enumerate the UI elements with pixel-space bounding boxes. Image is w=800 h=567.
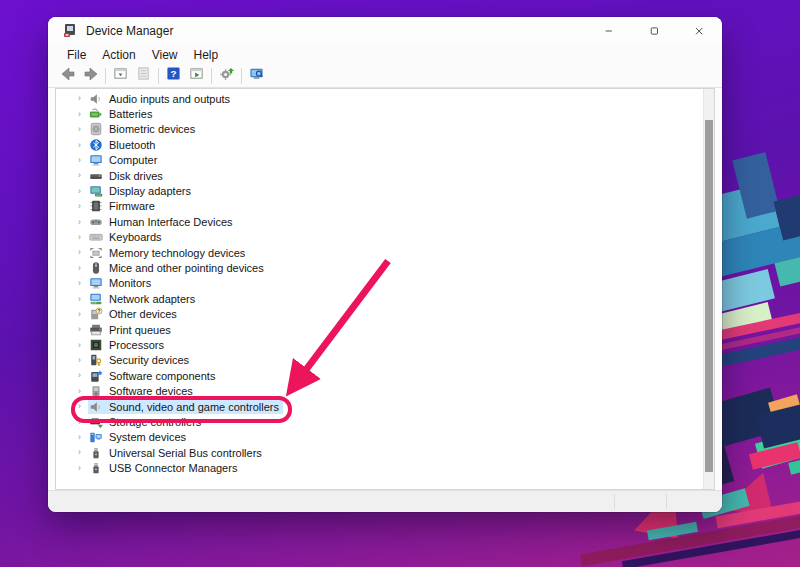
tree-item-mice-and-other-pointing-devices[interactable]: › Mice and other pointing devices <box>56 260 702 275</box>
toolbar-separator <box>211 68 212 84</box>
menu-help[interactable]: Help <box>186 47 227 63</box>
chevron-right-icon[interactable]: › <box>78 279 88 288</box>
tree-item-label: Batteries <box>109 108 152 120</box>
tree-item-monitors[interactable]: › Monitors <box>56 276 702 291</box>
chevron-right-icon[interactable]: › <box>78 264 88 273</box>
chevron-right-icon[interactable]: › <box>78 110 88 119</box>
vertical-scrollbar[interactable] <box>703 89 714 489</box>
tree-item-keyboards[interactable]: › Keyboards <box>56 230 702 245</box>
chevron-right-icon[interactable]: › <box>78 341 88 350</box>
back-icon <box>60 66 76 86</box>
svg-text:?: ? <box>98 309 101 314</box>
device-manager-icon <box>62 23 78 39</box>
chevron-right-icon[interactable]: › <box>78 295 88 304</box>
tree-item-disk-drives[interactable]: › Disk drives <box>56 168 702 183</box>
software-device-icon <box>89 384 103 398</box>
console-tree-button[interactable] <box>109 66 132 86</box>
tree-item-security-devices[interactable]: › Security devices <box>56 353 702 368</box>
battery-icon <box>89 107 103 121</box>
tree-item-network-adapters[interactable]: › Network adapters <box>56 291 702 306</box>
chevron-right-icon[interactable]: › <box>78 141 88 150</box>
forward-button[interactable] <box>79 66 102 86</box>
tree-item-batteries[interactable]: › Batteries <box>56 106 702 121</box>
tree-item-label: Human Interface Devices <box>109 216 233 228</box>
tree-item-processors[interactable]: › Processors <box>56 337 702 352</box>
tree-item-label: Disk drives <box>109 170 163 182</box>
speaker-icon <box>89 92 103 106</box>
minimize-icon <box>605 26 615 36</box>
scrollbar-thumb[interactable] <box>705 120 713 472</box>
tree-item-label: Print queues <box>109 324 171 336</box>
forward-icon <box>83 66 99 86</box>
firmware-chip-icon <box>89 199 103 213</box>
toolbar-separator <box>158 68 159 84</box>
chevron-right-icon[interactable]: › <box>78 418 88 427</box>
chevron-right-icon[interactable]: › <box>78 464 88 473</box>
chevron-right-icon[interactable]: › <box>78 218 88 227</box>
chevron-right-icon[interactable]: › <box>78 156 88 165</box>
chevron-right-icon[interactable]: › <box>78 356 88 365</box>
console-tree-icon <box>113 66 128 85</box>
window-title: Device Manager <box>86 24 587 38</box>
chevron-right-icon[interactable]: › <box>78 448 88 457</box>
close-button[interactable] <box>677 17 722 45</box>
disk-drive-icon <box>89 169 103 183</box>
tree-item-label: Network adapters <box>109 293 195 305</box>
tree-item-firmware[interactable]: › Firmware <box>56 199 702 214</box>
menu-view[interactable]: View <box>144 47 186 63</box>
device-manager-window: Device Manager FileActionViewHelp ? › Au… <box>48 17 722 512</box>
tree-item-print-queues[interactable]: › Print queues <box>56 322 702 337</box>
speaker-icon <box>89 400 103 414</box>
chevron-right-icon[interactable]: › <box>78 387 88 396</box>
tree-item-label: Computer <box>109 154 157 166</box>
maximize-button[interactable] <box>632 17 677 45</box>
tree-item-computer[interactable]: › Computer <box>56 153 702 168</box>
tree-item-software-devices[interactable]: › Software devices <box>56 383 702 398</box>
chevron-right-icon[interactable]: › <box>78 171 88 180</box>
chevron-right-icon[interactable]: › <box>78 187 88 196</box>
tree-item-label: Other devices <box>109 308 177 320</box>
menu-file[interactable]: File <box>59 47 94 63</box>
processor-icon <box>89 338 103 352</box>
chevron-right-icon[interactable]: › <box>78 310 88 319</box>
tree-item-software-components[interactable]: › Software components <box>56 368 702 383</box>
tree-item-memory-technology-devices[interactable]: › Memory technology devices <box>56 245 702 260</box>
tree-item-label: USB Connector Managers <box>109 462 237 474</box>
tree-item-storage-controllers[interactable]: › Storage controllers <box>56 414 702 429</box>
chevron-right-icon[interactable]: › <box>78 248 88 257</box>
tree-item-biometric-devices[interactable]: › Biometric devices <box>56 122 702 137</box>
tree-item-audio-inputs-and-outputs[interactable]: › Audio inputs and outputs <box>56 91 702 106</box>
device-tree-panel: › Audio inputs and outputs › Batteries ›… <box>55 88 715 490</box>
tree-item-label: Processors <box>109 339 164 351</box>
tree-item-label: Storage controllers <box>109 416 201 428</box>
chevron-right-icon[interactable]: › <box>78 94 88 103</box>
tree-item-display-adapters[interactable]: › Display adapters <box>56 183 702 198</box>
scan-hardware-button[interactable] <box>215 66 238 86</box>
chevron-right-icon[interactable]: › <box>78 433 88 442</box>
show-window-button[interactable] <box>185 66 208 86</box>
properties-button[interactable] <box>132 66 155 86</box>
security-key-icon <box>89 353 103 367</box>
back-button[interactable] <box>56 66 79 86</box>
chevron-right-icon[interactable]: › <box>78 233 88 242</box>
chevron-right-icon[interactable]: › <box>78 202 88 211</box>
remote-desktop-button[interactable] <box>245 66 268 86</box>
chevron-right-icon[interactable]: › <box>78 325 88 334</box>
tree-item-sound-video-and-game-controllers[interactable]: › Sound, video and game controllers <box>56 399 702 414</box>
help-icon: ? <box>166 66 181 85</box>
tree-item-label: Security devices <box>109 354 189 366</box>
tree-item-system-devices[interactable]: › System devices <box>56 430 702 445</box>
tree-item-universal-serial-bus-controllers[interactable]: › Universal Serial Bus controllers <box>56 445 702 460</box>
minimize-button[interactable] <box>587 17 632 45</box>
help-button[interactable]: ? <box>162 66 185 86</box>
menu-action[interactable]: Action <box>94 47 143 63</box>
tree-item-human-interface-devices[interactable]: › Human Interface Devices <box>56 214 702 229</box>
titlebar[interactable]: Device Manager <box>48 17 722 45</box>
menubar: FileActionViewHelp <box>48 45 722 64</box>
chevron-right-icon[interactable]: › <box>78 402 88 411</box>
tree-item-usb-connector-managers[interactable]: › USB Connector Managers <box>56 460 702 475</box>
tree-item-other-devices[interactable]: › ? Other devices <box>56 306 702 321</box>
chevron-right-icon[interactable]: › <box>78 125 88 134</box>
tree-item-bluetooth[interactable]: › Bluetooth <box>56 137 702 152</box>
chevron-right-icon[interactable]: › <box>78 371 88 380</box>
